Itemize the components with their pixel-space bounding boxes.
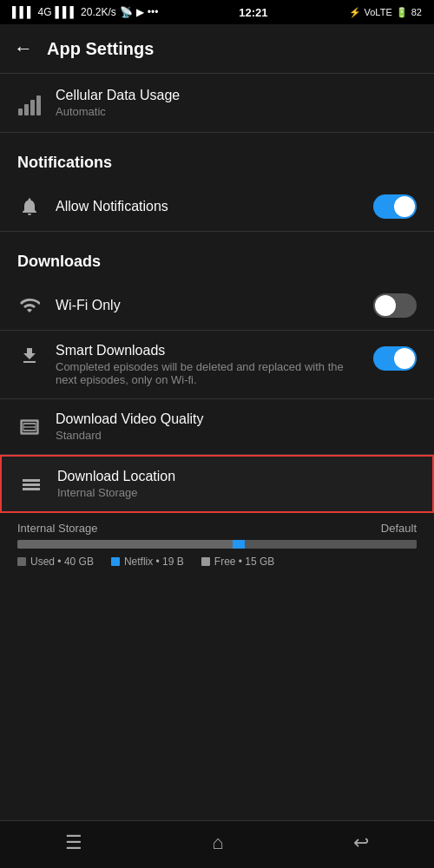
volte-icon: VoLTE — [365, 7, 392, 17]
allow-notifications-toggle[interactable] — [373, 194, 417, 219]
storage-label-left: Internal Storage — [17, 522, 98, 535]
legend-used-label: Used • 40 GB — [30, 556, 94, 568]
bar1 — [18, 108, 23, 115]
storage-bar — [17, 540, 417, 549]
cellular-text: Cellular Data Usage Automatic — [56, 88, 180, 118]
smart-downloads-content: Smart Downloads Completed episodes will … — [56, 343, 359, 386]
bluetooth-icon: ⚡ — [349, 7, 361, 18]
download-quality-title: Download Video Quality — [56, 411, 417, 427]
status-right: ⚡ VoLTE 🔋 82 — [349, 7, 422, 18]
storage-legend: Used • 40 GB Netflix • 19 B Free • 15 GB — [17, 556, 417, 568]
cellular-icon — [17, 91, 42, 115]
more-icon: ••• — [148, 6, 159, 18]
allow-notifications-content: Allow Notifications — [56, 199, 359, 214]
bell-icon — [17, 194, 42, 219]
cellular-data-row[interactable]: Cellular Data Usage Automatic — [0, 74, 434, 132]
network-type: 4G — [38, 6, 52, 18]
quality-icon — [17, 415, 42, 439]
bar3 — [30, 100, 35, 115]
wifi-only-title: Wi-Fi Only — [56, 298, 359, 313]
cast-icon: 📡 — [120, 6, 133, 18]
download-location-row[interactable]: Download Location Internal Storage — [0, 455, 434, 513]
wifi-icon — [17, 293, 42, 318]
location-icon — [19, 472, 43, 496]
network-alt: ▌▌▌ — [56, 6, 78, 18]
status-left: ▌▌▌ 4G ▌▌▌ 20.2K/s 📡 ▶ ••• — [12, 6, 158, 18]
toggle-knob-smart — [394, 348, 415, 369]
top-nav: ← App Settings — [0, 24, 434, 73]
cellular-subtitle: Automatic — [56, 105, 180, 118]
menu-button[interactable]: ☰ — [65, 832, 82, 854]
download-location-content: Download Location Internal Storage — [57, 469, 415, 499]
status-bar: ▌▌▌ 4G ▌▌▌ 20.2K/s 📡 ▶ ••• 12:21 ⚡ VoLTE… — [0, 0, 434, 24]
smart-downloads-row[interactable]: Smart Downloads Completed episodes will … — [0, 331, 434, 398]
battery-icon: 🔋 — [396, 7, 408, 18]
status-time: 12:21 — [239, 6, 267, 19]
cellular-title: Cellular Data Usage — [56, 88, 180, 103]
bar4 — [36, 95, 41, 115]
storage-free-bar — [245, 540, 417, 549]
page-title: App Settings — [47, 39, 154, 59]
bar2 — [24, 104, 29, 115]
toggle-knob-wifi — [375, 295, 396, 316]
download-location-title: Download Location — [57, 469, 415, 484]
smart-downloads-toggle[interactable] — [373, 346, 417, 371]
storage-netflix-bar — [233, 540, 245, 549]
smart-downloads-subtitle: Completed episodes will be deleted and r… — [56, 360, 359, 386]
smart-downloads-title: Smart Downloads — [56, 343, 359, 358]
back-nav-button[interactable]: ↩ — [353, 832, 369, 854]
download-quality-row[interactable]: Download Video Quality Standard — [0, 399, 434, 454]
legend-free-label: Free • 15 GB — [214, 556, 275, 568]
download-quality-content: Download Video Quality Standard — [56, 411, 417, 442]
wifi-only-content: Wi-Fi Only — [56, 298, 359, 313]
media-icon: ▶ — [136, 6, 144, 18]
legend-netflix: Netflix • 19 B — [111, 556, 184, 568]
storage-used-bar — [17, 540, 233, 549]
notifications-section: Notifications Allow Notifications — [0, 133, 434, 231]
storage-section: Internal Storage Default Used • 40 GB Ne… — [0, 513, 434, 580]
storage-labels: Internal Storage Default — [17, 522, 417, 535]
legend-used: Used • 40 GB — [17, 556, 94, 568]
wifi-only-toggle[interactable] — [373, 293, 417, 318]
dot-free — [201, 557, 210, 566]
legend-free: Free • 15 GB — [201, 556, 275, 568]
dot-netflix — [111, 557, 120, 566]
downloads-header: Downloads — [0, 232, 434, 281]
allow-notifications-row[interactable]: Allow Notifications — [0, 182, 434, 231]
allow-notifications-title: Allow Notifications — [56, 199, 359, 214]
download-quality-subtitle: Standard — [56, 429, 417, 442]
signal-strength: ▌▌▌ — [12, 6, 35, 18]
download-location-subtitle: Internal Storage — [57, 486, 415, 499]
wifi-only-row[interactable]: Wi-Fi Only — [0, 281, 434, 330]
smart-download-icon — [17, 343, 42, 367]
downloads-section: Downloads Wi-Fi Only Smart Downloads Com… — [0, 232, 434, 513]
storage-label-right: Default — [381, 522, 417, 535]
home-button[interactable]: ⌂ — [212, 832, 223, 854]
back-button[interactable]: ← — [14, 37, 33, 60]
toggle-knob — [394, 196, 415, 217]
dot-used — [17, 557, 26, 566]
legend-netflix-label: Netflix • 19 B — [124, 556, 184, 568]
battery-level: 82 — [411, 7, 422, 17]
bottom-nav: ☰ ⌂ ↩ — [0, 820, 434, 868]
network-speed: 20.2K/s — [81, 6, 116, 18]
notifications-header: Notifications — [0, 133, 434, 182]
